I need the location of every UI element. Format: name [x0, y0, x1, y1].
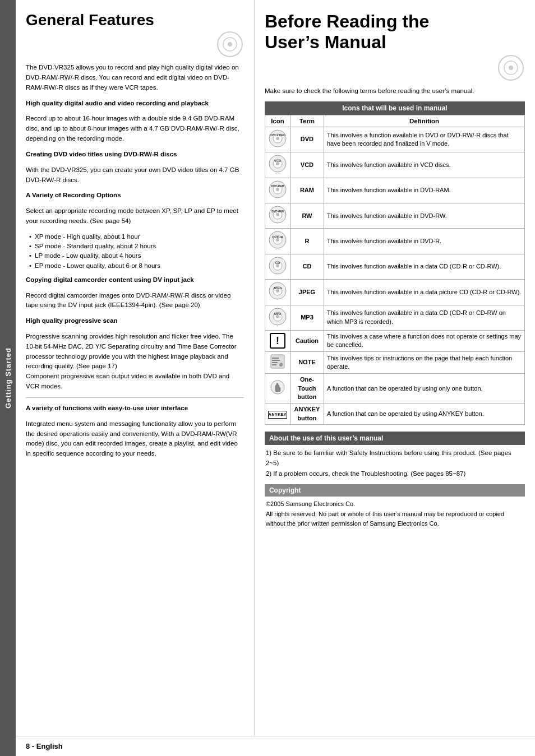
page-number: 8 - English: [26, 742, 63, 750]
subsection-prog-body: Progressive scanning provides high resol…: [26, 332, 244, 392]
svg-text:DVD-RAM: DVD-RAM: [271, 184, 284, 188]
subsection-variety-body: Select an appropriate recording mode bet…: [26, 206, 244, 226]
definition-cell: A function that can be operated by using…: [324, 374, 524, 403]
table-row: ANYKEYANYKEY buttonA function that can b…: [265, 403, 524, 425]
definition-cell: This involves function available in a da…: [324, 280, 524, 305]
icon-cell: CD: [265, 254, 290, 279]
term-cell: R: [290, 229, 324, 254]
term-cell: RAM: [290, 178, 324, 203]
svg-text:DVD+RW: DVD+RW: [271, 210, 284, 213]
side-tab: Getting Started: [0, 0, 16, 756]
about-lines: 1) Be sure to be familiar with Safety In…: [265, 448, 525, 479]
icon-cell: JPEG: [265, 280, 290, 305]
bullet-ep: EP mode - Lower quality, about 6 or 8 ho…: [29, 261, 244, 271]
left-column: General Features The DVD-VR325 allows yo…: [16, 0, 255, 736]
icon-cell: DVD-RAM: [265, 178, 290, 203]
copyright-heading: Copyright: [265, 484, 525, 497]
subsection-copy-body: Record digital camcorder images onto DVD…: [26, 291, 244, 311]
svg-text:CD: CD: [275, 261, 280, 265]
definition-cell: This involves function available in DVD-…: [324, 203, 524, 229]
left-intro: The DVD-VR325 allows you to record and p…: [26, 63, 244, 92]
svg-text:DVD-VIDEO: DVD-VIDEO: [270, 133, 285, 137]
table-row: MP3 MP3This involves function available …: [265, 305, 524, 330]
svg-text:JPEG: JPEG: [273, 286, 282, 290]
about-line-1: 1) Be sure to be familiar with Safety In…: [266, 448, 524, 469]
term-cell: NOTE: [290, 351, 324, 373]
icon-cell: DVD-VIDEO: [265, 127, 290, 152]
definition-cell: This involves function available in VCD …: [324, 152, 524, 178]
icon-cell: MP3: [265, 305, 290, 330]
term-cell: DVD: [290, 127, 324, 152]
subsection-hq: High quality digital audio and video rec…: [26, 99, 244, 109]
icons-table-heading: Icons that will be used in manual: [265, 101, 525, 115]
table-row: JPEG JPEGThis involves function availabl…: [265, 280, 524, 305]
svg-point-16: [276, 188, 279, 191]
bullet-lp: LP mode - Low quality, about 4 hours: [29, 251, 244, 261]
table-row: CD CDThis involves function available in…: [265, 254, 524, 279]
icons-table: Icon Term Definition DVD-VIDEO DVDThis i…: [265, 115, 525, 425]
svg-point-2: [228, 42, 232, 47]
col-def-header: Definition: [324, 115, 524, 127]
disc-decoration-left: [216, 30, 244, 58]
left-title: General Features: [26, 11, 244, 29]
col-icon-header: Icon: [265, 115, 290, 127]
svg-text:MP3: MP3: [274, 312, 282, 316]
definition-cell: This involves a case where a function do…: [324, 330, 524, 351]
copyright-line-1: ©2005 Samsung Electronics Co.: [266, 499, 524, 509]
table-row: DVD-VIDEO DVDThis involves a function av…: [265, 127, 524, 152]
term-cell: One-Touch button: [290, 374, 324, 403]
subsection-hq-body: Record up to about 16-hour images with a…: [26, 114, 244, 143]
table-row: NOTEThis involves tips or instructions o…: [265, 351, 524, 373]
svg-rect-38: [271, 355, 284, 368]
table-row: One-Touch buttonA function that can be o…: [265, 374, 524, 403]
definition-cell: A function that can be operated by using…: [324, 403, 524, 425]
subsection-prog: High quality progressive scan: [26, 316, 244, 326]
about-line-2: 2) If a problem occurs, check the Troubl…: [266, 469, 524, 479]
svg-text:DVD-R: DVD-R: [272, 235, 283, 239]
table-row: VCD VCDThis involves function available …: [265, 152, 524, 178]
table-row: !CautionThis involves a case where a fun…: [265, 330, 524, 351]
recording-modes-list: XP mode - High quality, about 1 hour SP …: [26, 232, 244, 271]
right-column: Before Reading the User’s Manual Make su…: [255, 0, 535, 736]
definition-cell: This involves tips or instructions on th…: [324, 351, 524, 373]
right-title: Before Reading the User’s Manual: [265, 11, 525, 53]
copyright-text: ©2005 Samsung Electronics Co. All rights…: [265, 499, 525, 529]
icon-cell: VCD: [265, 152, 290, 178]
col-term-header: Term: [290, 115, 324, 127]
svg-text:VCD: VCD: [274, 159, 282, 163]
svg-point-8: [276, 137, 279, 140]
copyright-line-2: All rights reserved; No part or whole of…: [266, 509, 524, 529]
subsection-copy: Copying digital camcorder content using …: [26, 275, 244, 285]
about-heading: About the use of this user’s manual: [265, 432, 525, 445]
bullet-sp: SP mode - Standard quality, about 2 hour…: [29, 242, 244, 251]
icon-cell: [265, 374, 290, 403]
highlight-heading: A variety of functions with easy-to-use …: [26, 403, 244, 414]
definition-cell: This involves function available in DVD-…: [324, 178, 524, 203]
definition-cell: This involves function available in DVD-…: [324, 229, 524, 254]
highlight-body: Integrated menu system and messaging fun…: [26, 419, 244, 459]
copyright-section: Copyright ©2005 Samsung Electronics Co. …: [265, 484, 525, 529]
term-cell: VCD: [290, 152, 324, 178]
icons-table-section: Icons that will be used in manual Icon T…: [265, 101, 525, 425]
subsection-dvd-body: With the DVD-VR325, you can create your …: [26, 165, 244, 185]
icon-cell: DVD+RW: [265, 203, 290, 229]
svg-point-5: [509, 66, 513, 70]
right-intro: Make sure to check the following terms b…: [265, 86, 525, 96]
icon-cell: [265, 351, 290, 373]
term-cell: MP3: [290, 305, 324, 330]
icon-cell: DVD-R: [265, 229, 290, 254]
term-cell: Caution: [290, 330, 324, 351]
bullet-xp: XP mode - High quality, about 1 hour: [29, 232, 244, 242]
about-section: About the use of this user’s manual 1) B…: [265, 432, 525, 479]
term-cell: JPEG: [290, 280, 324, 305]
definition-cell: This involves function available in a da…: [324, 305, 524, 330]
page-footer: 8 - English: [16, 736, 535, 756]
disc-decoration-right: [497, 54, 525, 82]
table-row: DVD+RW RWThis involves function availabl…: [265, 203, 524, 229]
divider: [26, 397, 244, 398]
svg-point-20: [276, 213, 279, 216]
side-tab-label: Getting Started: [4, 347, 12, 409]
term-cell: CD: [290, 254, 324, 279]
icon-cell: !: [265, 330, 290, 351]
subsection-dvd: Creating DVD video titles using DVD-RW/-…: [26, 150, 244, 160]
